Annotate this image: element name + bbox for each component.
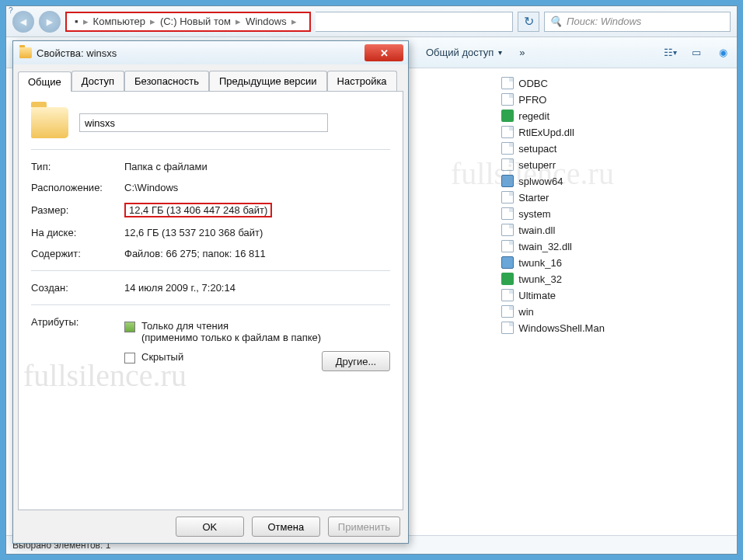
location-value: C:\Windows	[124, 182, 390, 193]
folder-name-input[interactable]	[79, 113, 328, 132]
dialog-titlebar[interactable]: Свойства: winsxs ✕	[13, 41, 408, 64]
properties-dialog: Свойства: winsxs ✕ Общие Доступ Безопасн…	[12, 40, 409, 544]
file-name: Starter	[518, 192, 549, 203]
file-name: setuperr	[518, 159, 556, 171]
ondisk-label: На диске:	[31, 227, 124, 238]
file-name: regedit	[518, 110, 549, 122]
created-value: 14 июля 2009 г., 7:20:14	[124, 282, 390, 294]
file-item[interactable]: ODBC	[498, 76, 734, 90]
chevron-down-icon: ▾	[498, 48, 502, 57]
breadcrumb-root-icon: ▪	[75, 16, 78, 27]
dialog-button-row: OK Отмена Применить	[13, 510, 408, 543]
nav-forward-button[interactable]: ►	[39, 11, 61, 33]
search-placeholder: Поиск: Windows	[567, 16, 641, 27]
preview-pane-button[interactable]: ▭	[689, 46, 704, 60]
ok-button[interactable]: OK	[176, 517, 244, 537]
nav-back-button[interactable]: ◄	[12, 11, 34, 33]
help-button[interactable]: ◉	[715, 46, 731, 60]
file-item[interactable]: regedit	[498, 109, 734, 123]
hidden-label: Скрытый	[141, 351, 183, 363]
file-icon	[501, 93, 514, 106]
file-icon	[501, 322, 514, 334]
file-item[interactable]: twain_32.dll	[498, 239, 734, 253]
ondisk-value: 12,6 ГБ (13 537 210 368 байт)	[124, 227, 390, 238]
tab-general[interactable]: Общие	[18, 71, 72, 92]
size-value: 12,4 ГБ (13 406 447 248 байт)	[124, 203, 272, 217]
close-icon: ✕	[380, 47, 389, 59]
contains-label: Содержит:	[31, 248, 124, 259]
tab-previous-versions[interactable]: Предыдущие версии	[209, 71, 327, 91]
refresh-button[interactable]: ↻	[518, 12, 539, 32]
dialog-body: Тип:Папка с файлами Расположение:C:\Wind…	[18, 91, 403, 510]
file-name: twunk_16	[518, 257, 562, 269]
file-icon	[501, 77, 514, 89]
breadcrumb-item[interactable]: Компьютер	[93, 16, 145, 27]
folder-large-icon	[31, 107, 68, 138]
share-menu[interactable]: Общий доступ ▾	[420, 44, 508, 61]
app-icon	[501, 256, 514, 269]
file-item[interactable]: twunk_16	[498, 256, 734, 270]
file-icon	[501, 289, 514, 301]
chevron-right-icon: ▸	[291, 16, 297, 27]
chevron-right-icon: ▸	[235, 16, 241, 27]
file-name: twunk_32	[518, 273, 562, 285]
breadcrumb-item[interactable]: Windows	[246, 16, 287, 27]
address-input-extension[interactable]	[316, 12, 513, 32]
file-icon	[501, 191, 514, 203]
breadcrumb-item[interactable]: (C:) Новый том	[160, 16, 231, 27]
file-name: Ultimate	[518, 290, 556, 301]
hidden-checkbox[interactable]	[124, 353, 135, 363]
file-item[interactable]: PFRO	[498, 92, 734, 106]
file-name: setupact	[518, 143, 556, 155]
file-icon	[501, 224, 514, 236]
file-item[interactable]: setupact	[498, 141, 734, 155]
file-item[interactable]: system	[498, 207, 734, 221]
file-name: system	[518, 208, 550, 220]
file-icon	[501, 240, 514, 252]
chevron-right-icon: ▸	[83, 16, 89, 27]
file-name: win	[518, 306, 534, 318]
file-item[interactable]: win	[498, 304, 734, 318]
view-menu[interactable]: ☷ ▾	[662, 46, 678, 60]
file-item[interactable]: Starter	[498, 190, 734, 204]
file-item[interactable]: setuperr	[498, 158, 734, 172]
tab-customize[interactable]: Настройка	[327, 71, 397, 91]
size-label: Размер:	[31, 204, 124, 216]
file-icon	[501, 126, 514, 138]
file-name: ODBC	[518, 78, 548, 89]
close-button[interactable]: ✕	[365, 44, 403, 61]
type-label: Тип:	[31, 161, 124, 172]
contains-value: Файлов: 66 275; папок: 16 811	[124, 248, 390, 259]
file-icon	[501, 305, 514, 318]
search-icon: 🔍	[549, 16, 562, 27]
other-attributes-button[interactable]: Другие...	[322, 351, 390, 371]
cancel-button[interactable]: Отмена	[252, 517, 320, 537]
file-icon	[501, 207, 514, 220]
address-bar: ◄ ► ▪ ▸ Компьютер ▸ (C:) Новый том ▸ Win…	[6, 6, 737, 37]
tab-security[interactable]: Безопасность	[124, 71, 209, 91]
file-item[interactable]: RtlExUpd.dll	[498, 125, 734, 139]
file-name: RtlExUpd.dll	[518, 127, 574, 138]
breadcrumb[interactable]: ▪ ▸ Компьютер ▸ (C:) Новый том ▸ Windows…	[65, 12, 311, 32]
attributes-label: Атрибуты:	[31, 316, 124, 328]
search-input[interactable]: 🔍 Поиск: Windows	[544, 12, 731, 32]
apply-button[interactable]: Применить	[328, 517, 400, 537]
type-value: Папка с файлами	[124, 161, 390, 172]
dialog-tabs: Общие Доступ Безопасность Предыдущие вер…	[18, 71, 403, 91]
toolbar-overflow-icon[interactable]: »	[519, 47, 525, 58]
file-item[interactable]: twunk_32	[498, 272, 734, 286]
readonly-label: Только для чтения	[141, 320, 228, 332]
green-icon	[501, 110, 514, 122]
tab-access[interactable]: Доступ	[72, 71, 124, 91]
share-label: Общий доступ	[426, 47, 494, 58]
file-item[interactable]: twain.dll	[498, 223, 734, 237]
file-name: WindowsShell.Man	[518, 322, 605, 334]
file-icon	[501, 158, 514, 171]
file-item[interactable]: Ultimate	[498, 288, 734, 302]
created-label: Создан:	[31, 282, 124, 294]
dialog-title: Свойства: winsxs	[37, 47, 117, 59]
file-item[interactable]: WindowsShell.Man	[498, 321, 734, 335]
readonly-checkbox[interactable]	[124, 322, 135, 332]
file-name: twain.dll	[518, 224, 555, 236]
file-item[interactable]: splwow64	[498, 174, 734, 188]
